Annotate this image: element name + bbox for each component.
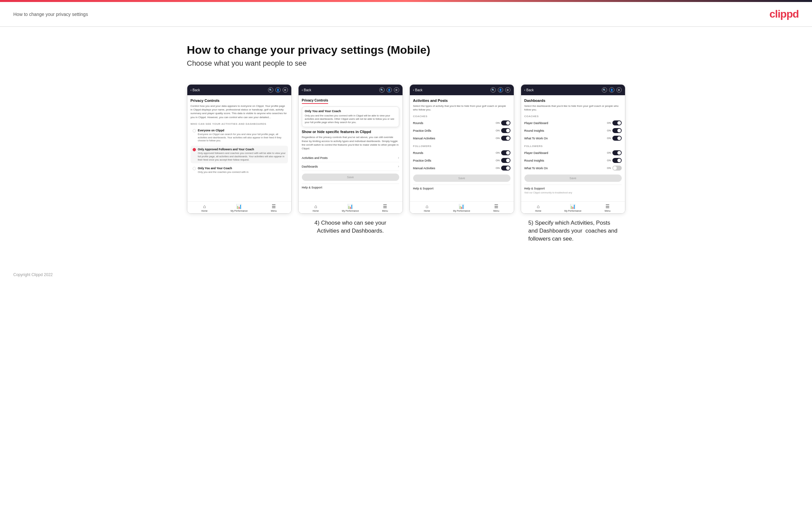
toggle-coaches-manual[interactable]: Manual Activities ON [413, 134, 510, 142]
performance-label-1: My Performance [231, 210, 247, 212]
radio-only-you[interactable]: Only You and Your Coach Only you and the… [191, 165, 288, 176]
mockup-content-1: Privacy Controls Control how you and you… [187, 95, 291, 202]
back-label-2: Back [304, 88, 311, 92]
nav-performance-1[interactable]: 📊 My Performance [222, 204, 256, 212]
radio-dot-everyone [193, 129, 196, 132]
toggle-coaches-manual-switch[interactable]: ON [496, 136, 510, 141]
dashboards-title: Dashboards [524, 99, 622, 103]
person-icon-1[interactable]: 👤 [275, 87, 281, 93]
toggle-followers-drills[interactable]: Practice Drills ON [413, 157, 510, 164]
person-icon-2[interactable]: 👤 [387, 87, 392, 93]
nav-home-1[interactable]: ⌂ Home [187, 204, 222, 212]
home-icon-3: ⌂ [425, 204, 428, 209]
nav-menu-3[interactable]: ☰ Menu [479, 204, 513, 212]
toggle-followers-round-insights-switch[interactable]: ON [607, 158, 622, 163]
nav-performance-3[interactable]: 📊 My Performance [444, 204, 479, 212]
menu-icon-2: ☰ [383, 204, 387, 209]
menu-icon-3: ☰ [494, 204, 499, 209]
toggle-coaches-drills-switch[interactable]: ON [496, 128, 510, 133]
privacy-tab-2[interactable]: Privacy Controls [302, 99, 328, 104]
settings-icon-1[interactable]: ⚙ [283, 87, 288, 93]
save-btn-2[interactable]: Save [302, 174, 399, 181]
back-label-1: Back [193, 88, 200, 92]
toggle-coaches-work-on[interactable]: What To Work On ON [524, 134, 622, 142]
toggle-followers-rounds[interactable]: Rounds ON [413, 149, 510, 157]
mockup-topbar-4: ‹ Back 🔍 👤 ⚙ [521, 84, 625, 95]
help-support-2: Help & Support [302, 183, 399, 189]
search-icon-3[interactable]: 🔍 [491, 87, 496, 93]
settings-icon-4[interactable]: ⚙ [616, 87, 622, 93]
toggle-followers-player[interactable]: Player Dashboard ON [524, 149, 622, 157]
toggle-followers-work-on[interactable]: What To Work On ON [524, 164, 622, 172]
nav-home-3[interactable]: ⌂ Home [410, 204, 444, 212]
menu-activities-label: Activities and Posts [302, 156, 328, 160]
toggle-followers-manual-switch[interactable]: ON [496, 166, 510, 171]
mobile-mockup-3: ‹ Back 🔍 👤 ⚙ Activities and Posts Select… [409, 84, 514, 214]
toggle-followers-round-insights[interactable]: Round Insights ON [524, 157, 622, 164]
bottom-nav-1: ⌂ Home 📊 My Performance ☰ Menu [187, 202, 291, 213]
toggle-coaches-rounds[interactable]: Rounds ON [413, 119, 510, 127]
person-icon-4[interactable]: 👤 [609, 87, 614, 93]
toggle-followers-work-on-switch[interactable]: ON [607, 166, 622, 171]
back-button-2[interactable]: ‹ Back [302, 88, 311, 92]
home-label-1: Home [201, 210, 208, 212]
radio-approved[interactable]: Only Approved Followers and Your Coach O… [191, 146, 288, 163]
menu-label-1: Menu [271, 210, 277, 212]
settings-icon-3[interactable]: ⚙ [505, 87, 510, 93]
nav-menu-1[interactable]: ☰ Menu [256, 204, 291, 212]
save-btn-3[interactable]: Save [413, 174, 510, 182]
toggle-followers-manual[interactable]: Manual Activities ON [413, 164, 510, 172]
back-label-3: Back [415, 88, 422, 92]
screenshot-col-3: ‹ Back 🔍 👤 ⚙ Activities and Posts Select… [409, 84, 514, 214]
nav-menu-2[interactable]: ☰ Menu [368, 204, 402, 212]
help-support-4: Help & Support [524, 184, 622, 190]
mobile-mockup-1: ‹ Back 🔍 👤 ⚙ Privacy Controls Control ho… [187, 84, 292, 214]
toggle-followers-player-switch[interactable]: ON [607, 150, 622, 155]
back-button-3[interactable]: ‹ Back [413, 88, 423, 92]
popup-box-2: Only You and Your Coach Only you and the… [302, 107, 399, 127]
help-support-3: Help & Support [413, 184, 510, 190]
menu-label-2: Menu [382, 210, 388, 212]
performance-label-3: My Performance [453, 210, 470, 212]
nav-home-4[interactable]: ⌂ Home [521, 204, 556, 212]
toggle-followers-drills-switch[interactable]: ON [496, 158, 510, 163]
back-button-4[interactable]: ‹ Back [524, 88, 534, 92]
topbar-icons-1: 🔍 👤 ⚙ [268, 87, 288, 93]
nav-performance-2[interactable]: 📊 My Performance [333, 204, 368, 212]
toggle-coaches-rounds-switch[interactable]: ON [496, 120, 510, 125]
search-icon-4[interactable]: 🔍 [602, 87, 607, 93]
toggle-followers-rounds-switch[interactable]: ON [496, 150, 510, 155]
radio-everyone[interactable]: Everyone on Clippd Everyone on Clippd ca… [191, 127, 288, 144]
caption-col-1-2: 4) Choose who can see yourActivities and… [314, 219, 386, 235]
nav-menu-4[interactable]: ☰ Menu [590, 204, 625, 212]
radio-only-you-label: Only You and Your Coach [198, 167, 249, 170]
mockup-topbar-2: ‹ Back 🔍 👤 ⚙ [299, 84, 403, 95]
search-icon-2[interactable]: 🔍 [379, 87, 385, 93]
toggle-coaches-player[interactable]: Player Dashboard ON [524, 119, 622, 127]
activities-posts-title: Activities and Posts [413, 99, 510, 103]
toggle-coaches-player-switch[interactable]: ON [607, 120, 622, 125]
performance-icon-3: 📊 [459, 204, 464, 209]
main-content: How to change your privacy settings (Mob… [174, 27, 639, 263]
radio-dot-approved [193, 148, 196, 151]
mockup-topbar-3: ‹ Back 🔍 👤 ⚙ [410, 84, 514, 95]
home-icon-2: ⌂ [314, 204, 317, 209]
toggle-coaches-round-insights-switch[interactable]: ON [607, 128, 622, 133]
search-icon-1[interactable]: 🔍 [268, 87, 273, 93]
menu-activities[interactable]: Activities and Posts › [302, 154, 399, 162]
topbar-icons-3: 🔍 👤 ⚙ [491, 87, 510, 93]
nav-home-2[interactable]: ⌂ Home [299, 204, 333, 212]
performance-icon-4: 📊 [570, 204, 575, 209]
back-button-1[interactable]: ‹ Back [191, 88, 200, 92]
save-btn-4[interactable]: Save [524, 174, 622, 182]
nav-performance-4[interactable]: 📊 My Performance [556, 204, 590, 212]
person-icon-3[interactable]: 👤 [498, 87, 503, 93]
menu-dashboards[interactable]: Dashboards › [302, 162, 399, 171]
settings-icon-2[interactable]: ⚙ [394, 87, 399, 93]
toggle-coaches-round-insights[interactable]: Round Insights ON [524, 127, 622, 134]
toggle-coaches-drills[interactable]: Practice Drills ON [413, 127, 510, 134]
toggle-coaches-work-on-switch[interactable]: ON [607, 136, 622, 141]
performance-label-2: My Performance [342, 210, 359, 212]
dashboards-desc: Select the dashboards that you'd like to… [524, 104, 622, 111]
who-can-see-label: Who Can See Your Activities and Dashboar… [191, 122, 288, 125]
